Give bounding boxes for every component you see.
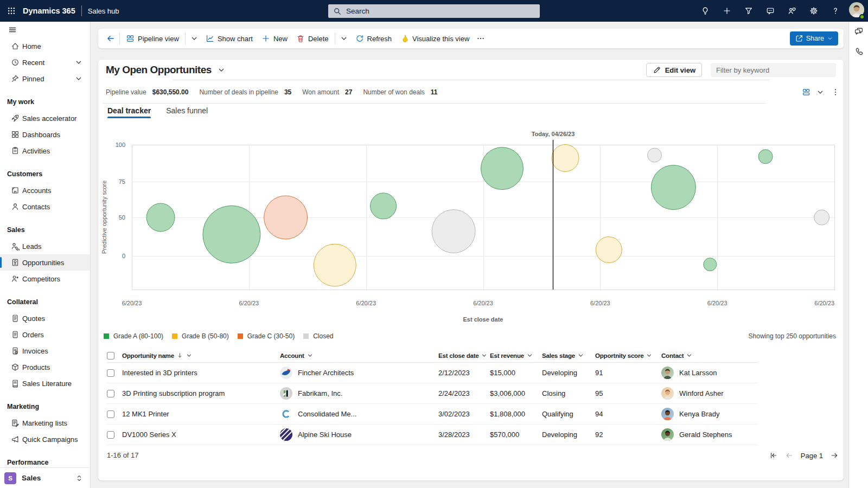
share-button[interactable]: Share bbox=[790, 31, 838, 46]
row-checkbox[interactable] bbox=[107, 390, 114, 397]
column-header-sales-stage[interactable]: Sales stage bbox=[542, 352, 595, 359]
first-page-button[interactable] bbox=[769, 451, 778, 460]
edit-view-button[interactable]: Edit view bbox=[646, 63, 702, 77]
row-checkbox[interactable] bbox=[107, 410, 114, 418]
sidebar-item-sales-accelerator[interactable]: Sales accelerator bbox=[0, 110, 90, 126]
sidebar-item-leads[interactable]: Leads bbox=[0, 238, 90, 254]
more-commands-button[interactable] bbox=[474, 31, 488, 46]
new-button[interactable]: New bbox=[257, 31, 292, 46]
chart-bubble-grade-Closed[interactable] bbox=[432, 210, 475, 253]
contact-cell[interactable]: Winford Asher bbox=[661, 387, 749, 400]
area-switcher[interactable]: S Sales bbox=[0, 467, 90, 488]
sidebar-item-quotes[interactable]: Quotes bbox=[0, 310, 90, 326]
sidebar-item-dashboards[interactable]: Dashboards bbox=[0, 126, 90, 143]
table-row[interactable]: 12 MK1 PrinterConsolidated Me...3/02/202… bbox=[107, 404, 758, 425]
table-row[interactable]: 3D Printing subscription programFabrikam… bbox=[107, 383, 758, 404]
teams-chats-button[interactable] bbox=[853, 26, 865, 37]
x-tick-label: 6/20/23 bbox=[707, 300, 727, 306]
opportunity-name-cell[interactable]: Interested in 3D printers bbox=[122, 369, 280, 377]
tab-sales-funnel[interactable]: Sales funnel bbox=[164, 104, 209, 120]
column-header-est-close-date[interactable]: Est close date bbox=[438, 352, 490, 359]
brand-title[interactable]: Dynamics 365 bbox=[23, 7, 75, 15]
sidebar-item-accounts[interactable]: Accounts bbox=[0, 182, 90, 198]
show-chart-button[interactable]: Show chart bbox=[201, 31, 257, 46]
sidebar-item-recent[interactable]: Recent bbox=[0, 54, 90, 70]
chart-bubble-grade-Closed[interactable] bbox=[814, 210, 829, 225]
phone-calls-button[interactable] bbox=[853, 46, 865, 57]
next-page-button[interactable] bbox=[830, 451, 839, 460]
sidebar-item-invoices[interactable]: Invoices bbox=[0, 343, 90, 359]
contact-cell[interactable]: Kenya Brady bbox=[661, 408, 749, 420]
opportunity-name-cell[interactable]: 12 MK1 Printer bbox=[122, 410, 280, 418]
opportunity-name-cell[interactable]: 3D Printing subscription program bbox=[122, 389, 280, 397]
account-cell[interactable]: Fabrikam, Inc. bbox=[280, 387, 438, 400]
chart-bubble-grade-A[interactable] bbox=[651, 165, 695, 210]
contact-cell[interactable]: Kat Larsson bbox=[661, 367, 749, 379]
refresh-button[interactable]: Refresh bbox=[351, 31, 397, 46]
chart-bubble-grade-Closed[interactable] bbox=[648, 148, 662, 162]
quick-create-button[interactable] bbox=[716, 0, 738, 22]
settings-gear-button[interactable] bbox=[803, 0, 825, 22]
contact-cell[interactable]: Gerald Stephens bbox=[661, 428, 749, 441]
view-selector[interactable]: My Open Opportunites bbox=[106, 64, 226, 76]
column-header-opportunity-name[interactable]: Opportunity name bbox=[122, 352, 280, 359]
chart-bubble-grade-A[interactable] bbox=[758, 150, 773, 164]
chart-bubble-grade-A[interactable] bbox=[704, 258, 717, 271]
sidebar-item-marketing-lists[interactable]: Marketing lists bbox=[0, 415, 90, 431]
table-row[interactable]: Interested in 3D printersFincher Archite… bbox=[107, 363, 758, 383]
pipeline-view-split-button[interactable] bbox=[187, 31, 201, 46]
view-options-dropdown[interactable] bbox=[813, 85, 827, 99]
sidebar-item-orders[interactable]: Orders bbox=[0, 326, 90, 343]
sidebar-item-opportunities[interactable]: Opportunities bbox=[0, 254, 90, 271]
collapse-sitemap-button[interactable] bbox=[0, 22, 90, 38]
row-checkbox[interactable] bbox=[107, 369, 114, 377]
sidebar-item-competitors[interactable]: Competitors bbox=[0, 271, 90, 287]
delete-button[interactable]: Delete bbox=[292, 31, 333, 46]
account-cell[interactable]: Fincher Architects bbox=[280, 367, 438, 379]
tab-deal-tracker[interactable]: Deal tracker bbox=[106, 104, 152, 120]
chart-bubble-grade-B[interactable] bbox=[552, 145, 579, 172]
sidebar-item-contacts[interactable]: Contacts bbox=[0, 198, 90, 215]
visualize-this-view-button[interactable]: Visualize this view bbox=[396, 31, 474, 46]
filter-by-keyword-input[interactable]: Filter by keyword bbox=[711, 63, 836, 77]
pipeline-view-button[interactable]: Pipeline view bbox=[122, 31, 183, 46]
select-all-checkbox[interactable] bbox=[107, 352, 114, 359]
more-options-button[interactable] bbox=[828, 85, 843, 99]
sidebar-item-activities[interactable]: Activities bbox=[0, 143, 90, 159]
user-avatar[interactable] bbox=[846, 0, 867, 22]
ask-a-question-button[interactable] bbox=[781, 0, 803, 22]
column-header-opportnity-score[interactable]: Opportnity score bbox=[595, 352, 661, 359]
table-row[interactable]: DV1000 Series XAlpine Ski House3/28/2023… bbox=[107, 425, 758, 445]
sidebar-item-home[interactable]: Home bbox=[0, 38, 90, 54]
app-name[interactable]: Sales hub bbox=[88, 7, 119, 15]
opportunity-name-cell[interactable]: DV1000 Series X bbox=[122, 431, 280, 439]
column-header-contact[interactable]: Contact bbox=[661, 352, 749, 359]
sidebar-item-products[interactable]: Products bbox=[0, 359, 90, 375]
waffle-menu-icon[interactable] bbox=[0, 0, 23, 22]
sidebar-item-quick-campaigns[interactable]: Quick Campaigns bbox=[0, 431, 90, 447]
filter-button[interactable] bbox=[738, 0, 760, 22]
chart-bubble-grade-B[interactable] bbox=[314, 244, 356, 286]
delete-split-button[interactable] bbox=[337, 31, 351, 46]
search-input[interactable]: Search bbox=[328, 4, 540, 18]
sidebar-item-pinned[interactable]: Pinned bbox=[0, 70, 90, 87]
legend-item-c: Grade C (30-50) bbox=[238, 332, 295, 340]
row-checkbox[interactable] bbox=[107, 431, 114, 439]
coaching-button[interactable] bbox=[694, 0, 716, 22]
back-button[interactable] bbox=[104, 31, 118, 46]
chart-bubble-grade-A[interactable] bbox=[481, 147, 524, 190]
chart-bubble-grade-A[interactable] bbox=[371, 193, 397, 219]
account-cell[interactable]: Alpine Ski House bbox=[280, 428, 438, 441]
chart-bubble-grade-A[interactable] bbox=[146, 203, 175, 232]
sidebar-item-sales-literature[interactable]: Sales Literature bbox=[0, 375, 90, 391]
help-button[interactable] bbox=[825, 0, 846, 22]
chart-bubble-grade-C[interactable] bbox=[264, 196, 308, 239]
column-header-account[interactable]: Account bbox=[280, 352, 438, 359]
chart-bubble-grade-B[interactable] bbox=[596, 237, 622, 263]
chart-bubble-grade-A[interactable] bbox=[203, 206, 260, 263]
previous-page-button[interactable] bbox=[785, 451, 794, 460]
card-view-button[interactable] bbox=[799, 85, 813, 99]
feedback-button[interactable] bbox=[760, 0, 781, 22]
column-header-est-revenue[interactable]: Est revenue bbox=[490, 352, 542, 359]
account-cell[interactable]: Consolidated Me... bbox=[280, 408, 438, 420]
